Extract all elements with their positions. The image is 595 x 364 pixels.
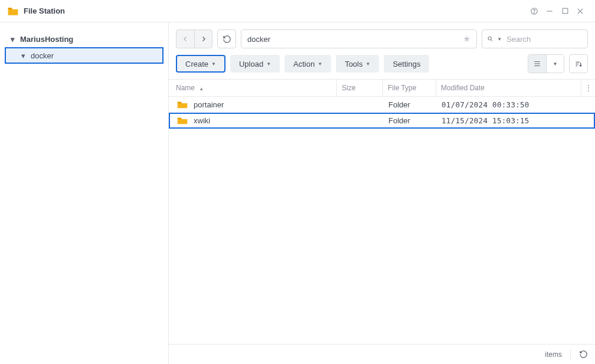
tools-button[interactable]: Tools ▼ xyxy=(336,55,379,73)
create-label: Create xyxy=(185,60,208,68)
svg-rect-3 xyxy=(563,8,568,14)
table-row[interactable]: portainer Folder 01/07/2024 00:33:50 xyxy=(169,97,595,113)
maximize-icon[interactable] xyxy=(557,4,573,19)
back-button[interactable] xyxy=(176,30,194,48)
table-header: Name ▲ Size File Type Modified Date ⋮ xyxy=(169,79,595,97)
favorite-icon[interactable]: ★ xyxy=(463,34,470,44)
nav-group xyxy=(176,29,212,48)
column-name[interactable]: Name ▲ xyxy=(176,84,336,92)
close-icon[interactable] xyxy=(573,4,588,19)
refresh-button[interactable] xyxy=(217,29,236,48)
tree-root-label: MariusHosting xyxy=(20,35,73,44)
status-bar: items xyxy=(169,344,595,364)
chevron-down-icon: ▼ xyxy=(266,61,271,67)
table-body: portainer Folder 01/07/2024 00:33:50 xwi… xyxy=(169,97,595,344)
status-refresh-button[interactable] xyxy=(579,350,588,359)
column-size[interactable]: Size xyxy=(336,80,382,96)
chevron-down-icon: ▼ xyxy=(366,61,371,67)
tree-item-label: docker xyxy=(31,51,54,60)
file-name: portainer xyxy=(194,100,224,109)
settings-label: Settings xyxy=(393,60,420,68)
forward-button[interactable] xyxy=(194,30,212,48)
action-label: Action xyxy=(293,60,315,68)
search-input[interactable] xyxy=(505,34,583,44)
file-type: Folder xyxy=(384,116,437,125)
chevron-down-icon: ▾ xyxy=(21,51,28,60)
table-row[interactable]: xwiki Folder 11/15/2024 15:03:15 xyxy=(169,113,595,129)
file-date: 01/07/2024 00:33:50 xyxy=(437,100,594,109)
upload-button[interactable]: Upload ▼ xyxy=(230,55,280,73)
action-toolbar: Create ▼ Upload ▼ Action ▼ Tools ▼ Setti… xyxy=(169,48,595,79)
path-text: docker xyxy=(247,35,270,44)
content-pane: docker ★ ▼ Create ▼ Upload ▼ Action ▼ xyxy=(169,22,595,364)
minimize-icon[interactable] xyxy=(542,4,557,19)
tree-root[interactable]: ▾ MariusHosting xyxy=(0,31,168,47)
column-date[interactable]: Modified Date xyxy=(436,80,581,96)
view-dropdown-button[interactable]: ▼ xyxy=(546,55,564,73)
sort-asc-icon: ▲ xyxy=(199,86,204,91)
chevron-down-icon: ▼ xyxy=(497,37,502,42)
svg-point-6 xyxy=(488,37,492,40)
search-box[interactable]: ▼ xyxy=(482,29,588,48)
list-view-button[interactable] xyxy=(528,55,546,73)
file-type: Folder xyxy=(384,100,437,109)
address-bar: docker ★ ▼ xyxy=(169,22,595,48)
path-input[interactable]: docker ★ xyxy=(241,29,477,48)
column-menu-button[interactable]: ⋮ xyxy=(581,80,595,96)
svg-point-1 xyxy=(534,12,535,13)
tree-item-docker[interactable]: ▾ docker xyxy=(5,47,164,64)
search-icon xyxy=(487,35,493,43)
action-button[interactable]: Action ▼ xyxy=(285,55,331,73)
chevron-down-icon: ▼ xyxy=(318,61,322,67)
status-items: items xyxy=(545,350,562,359)
divider xyxy=(570,349,571,360)
sidebar: ▾ MariusHosting ▾ docker xyxy=(0,22,169,364)
folder-icon xyxy=(177,117,188,125)
view-mode-group: ▼ xyxy=(528,54,564,73)
sort-button[interactable] xyxy=(569,54,588,73)
column-type[interactable]: File Type xyxy=(382,80,436,96)
settings-button[interactable]: Settings xyxy=(384,55,429,73)
svg-line-7 xyxy=(491,40,492,41)
file-name: xwiki xyxy=(194,116,210,125)
create-button[interactable]: Create ▼ xyxy=(176,55,225,73)
chevron-down-icon: ▾ xyxy=(11,35,18,44)
titlebar: File Station xyxy=(0,0,595,22)
app-title: File Station xyxy=(24,6,65,15)
folder-icon xyxy=(177,101,188,109)
tools-label: Tools xyxy=(345,60,362,68)
file-date: 11/15/2024 15:03:15 xyxy=(437,116,594,125)
chevron-down-icon: ▼ xyxy=(211,61,216,67)
upload-label: Upload xyxy=(239,60,263,68)
app-folder-icon xyxy=(7,5,19,17)
help-icon[interactable] xyxy=(527,4,542,19)
